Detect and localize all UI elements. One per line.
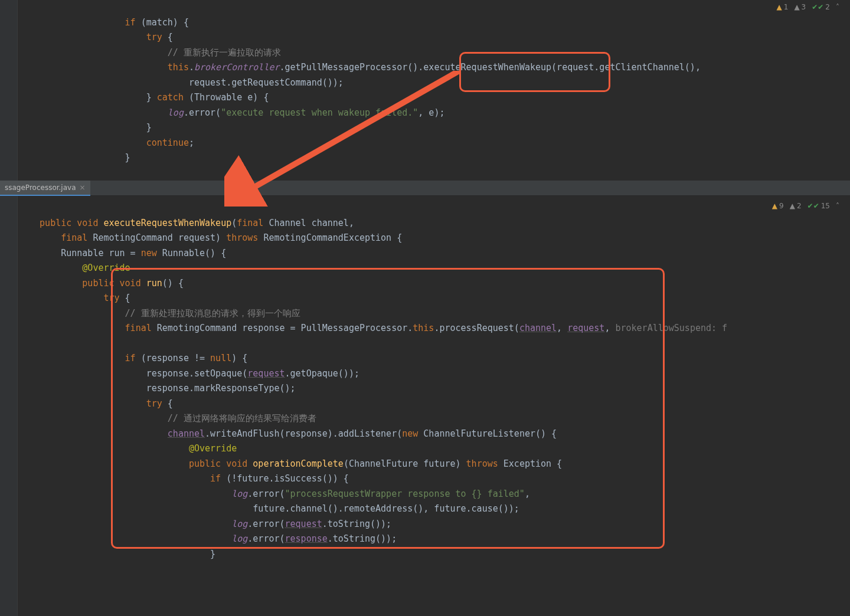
warning-gray[interactable]: ▲3 xyxy=(794,3,806,11)
warning-yellow[interactable]: ▲1 xyxy=(777,3,789,11)
triangle-yellow-icon: ▲ xyxy=(777,3,782,11)
editor-pane-top: ▲1 ▲3 ✔✔2 ˄ if (match) { try { // 重新执行一遍… xyxy=(0,0,850,181)
triangle-gray-icon: ▲ xyxy=(790,202,795,210)
triangle-gray-icon: ▲ xyxy=(794,3,799,11)
close-icon[interactable]: × xyxy=(80,184,86,192)
pass-green[interactable]: ✔✔2 xyxy=(812,3,830,11)
pass-green[interactable]: ✔✔15 xyxy=(808,202,830,210)
tab-bar: ssageProcessor.java × xyxy=(0,181,850,196)
warning-gray[interactable]: ▲2 xyxy=(790,202,802,210)
inspections-top[interactable]: ▲1 ▲3 ✔✔2 ˄ xyxy=(777,3,840,11)
check-icon: ✔✔ xyxy=(808,202,819,210)
chevron-up-icon[interactable]: ˄ xyxy=(836,202,839,210)
inspections-bottom[interactable]: ▲9 ▲2 ✔✔15 ˄ xyxy=(772,202,839,210)
chevron-up-icon[interactable]: ˄ xyxy=(836,3,839,11)
code-area-top[interactable]: if (match) { try { // 重新执行一遍拉取的请求 this.b… xyxy=(0,0,850,181)
check-icon: ✔✔ xyxy=(812,3,823,11)
code-area-bottom[interactable]: public void executeRequestWhenWakeup(fin… xyxy=(0,196,850,577)
tab-file[interactable]: ssageProcessor.java × xyxy=(0,181,90,196)
warning-yellow[interactable]: ▲9 xyxy=(772,202,784,210)
editor-pane-bottom: ▲9 ▲2 ✔✔15 ˄ public void executeRequestW… xyxy=(0,196,850,577)
triangle-yellow-icon: ▲ xyxy=(772,202,777,210)
gutter-bottom xyxy=(0,196,18,616)
tab-label: ssageProcessor.java xyxy=(5,184,76,192)
gutter-top xyxy=(0,0,18,181)
